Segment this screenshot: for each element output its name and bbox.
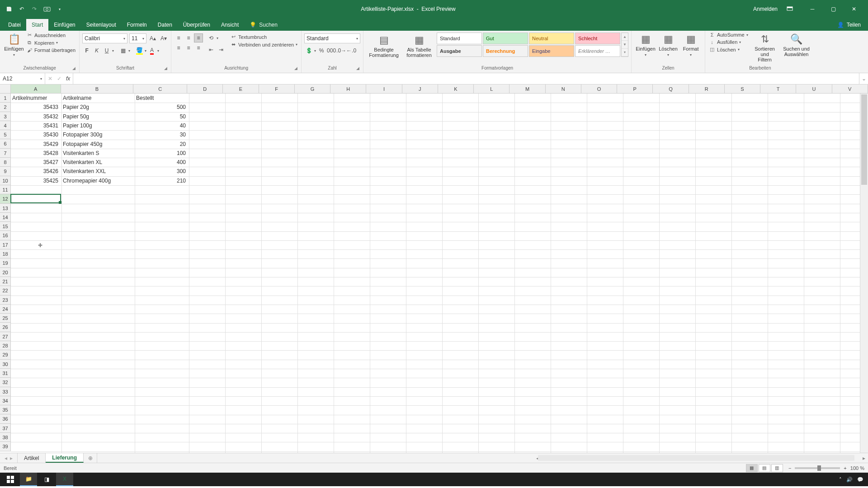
column-header[interactable]: B bbox=[61, 84, 133, 94]
start-button[interactable] bbox=[2, 473, 19, 486]
row-header[interactable]: 38 bbox=[0, 433, 11, 442]
increase-decimal-icon[interactable]: .0→ bbox=[337, 46, 346, 55]
cell[interactable]: 300 bbox=[135, 167, 187, 176]
tab-data[interactable]: Daten bbox=[152, 19, 178, 31]
format-as-table-button[interactable]: ▦Als Tabelle formatieren bbox=[401, 33, 437, 60]
row-header[interactable]: 12 bbox=[0, 194, 11, 203]
borders-button[interactable]: ▦ bbox=[118, 46, 127, 55]
delete-cells-button[interactable]: ▦Löschen▾ bbox=[657, 32, 679, 59]
format-cells-button[interactable]: ▦Format▾ bbox=[679, 32, 702, 59]
row-header[interactable]: 32 bbox=[0, 378, 11, 387]
row-header[interactable]: 34 bbox=[0, 396, 11, 405]
name-box[interactable]: A12▾ bbox=[0, 73, 45, 84]
column-header[interactable]: G bbox=[295, 84, 330, 94]
horizontal-scrollbar[interactable]: ◂▸ bbox=[533, 453, 868, 463]
format-painter-button[interactable]: 🖌Format übertragen bbox=[25, 47, 76, 53]
row-header[interactable]: 24 bbox=[0, 305, 11, 314]
fill-color-button[interactable]: 🪣 bbox=[135, 46, 144, 55]
row-header[interactable]: 30 bbox=[0, 360, 11, 369]
row-header[interactable]: 14 bbox=[0, 213, 11, 222]
row-header[interactable]: 39 bbox=[0, 442, 11, 451]
taskbar-excel-icon[interactable]: X bbox=[56, 473, 73, 486]
cell[interactable]: 30 bbox=[135, 130, 187, 139]
style-berechnung[interactable]: Berechnung bbox=[483, 45, 528, 57]
column-header[interactable]: R bbox=[689, 84, 725, 94]
merge-center-button[interactable]: ⬌Verbinden und zentrieren ▾ bbox=[229, 41, 298, 48]
zoom-out-button[interactable]: − bbox=[788, 465, 791, 471]
sort-filter-button[interactable]: ⇅Sortieren und Filtern bbox=[749, 32, 781, 64]
row-header[interactable]: 23 bbox=[0, 296, 11, 305]
increase-indent-icon[interactable]: ⇥ bbox=[217, 45, 226, 54]
column-header[interactable]: M bbox=[509, 84, 545, 94]
tab-review[interactable]: Überprüfen bbox=[178, 19, 216, 31]
autosum-button[interactable]: ΣAutoSumme ▾ bbox=[708, 32, 749, 38]
cut-button[interactable]: ✂Ausschneiden bbox=[25, 32, 76, 38]
row-header[interactable]: 37 bbox=[0, 424, 11, 433]
cell[interactable]: 40 bbox=[135, 121, 187, 130]
tab-view[interactable]: Ansicht bbox=[216, 19, 244, 31]
row-header[interactable]: 26 bbox=[0, 323, 11, 332]
row-header[interactable]: 10 bbox=[0, 176, 11, 185]
ribbon-display-options-icon[interactable] bbox=[787, 6, 793, 12]
cell[interactable]: 35429 bbox=[11, 140, 60, 149]
bold-button[interactable]: F bbox=[82, 46, 91, 55]
cell-styles-gallery[interactable]: Standard Gut Neutral Schlecht Ausgabe Be… bbox=[437, 33, 620, 57]
fill-button[interactable]: ↓Ausfüllen ▾ bbox=[708, 39, 749, 45]
column-header[interactable]: V bbox=[832, 84, 868, 94]
row-header[interactable]: 7 bbox=[0, 149, 11, 158]
column-header[interactable]: T bbox=[760, 84, 796, 94]
align-top-icon[interactable]: ≡ bbox=[174, 33, 183, 42]
row-header[interactable]: 21 bbox=[0, 277, 11, 286]
column-header[interactable]: U bbox=[796, 84, 832, 94]
vertical-scrollbar[interactable] bbox=[860, 94, 868, 453]
row-header[interactable]: 33 bbox=[0, 387, 11, 396]
sheet-nav-prev-icon[interactable]: ◂ bbox=[5, 455, 7, 461]
row-header[interactable]: 18 bbox=[0, 249, 11, 258]
style-erklaerend[interactable]: Erklärender … bbox=[575, 45, 620, 57]
row-header[interactable]: 15 bbox=[0, 222, 11, 231]
style-neutral[interactable]: Neutral bbox=[529, 33, 574, 44]
decrease-font-icon[interactable]: A▾ bbox=[159, 34, 168, 43]
conditional-formatting-button[interactable]: ▤Bedingte Formatierung bbox=[366, 33, 401, 60]
column-header[interactable]: J bbox=[402, 84, 438, 94]
percent-format-icon[interactable]: % bbox=[317, 46, 326, 55]
font-size-combo[interactable]: 11▾ bbox=[129, 33, 146, 43]
taskbar-app-icon[interactable]: ◨ bbox=[38, 473, 55, 486]
zoom-level[interactable]: 100 % bbox=[850, 465, 864, 471]
cell[interactable]: 500 bbox=[135, 103, 187, 112]
row-header[interactable]: 13 bbox=[0, 204, 11, 213]
cell[interactable]: 35431 bbox=[11, 121, 60, 130]
clear-button[interactable]: ◫Löschen ▾ bbox=[708, 46, 749, 53]
cell[interactable]: 35432 bbox=[11, 112, 60, 121]
decrease-decimal-icon[interactable]: ←.0 bbox=[347, 46, 356, 55]
column-header[interactable]: E bbox=[223, 84, 259, 94]
view-page-break-button[interactable]: ▥ bbox=[771, 464, 783, 472]
camera-icon[interactable] bbox=[43, 5, 51, 13]
align-right-icon[interactable]: ≡ bbox=[194, 43, 203, 52]
cell[interactable]: Bestellt bbox=[135, 94, 187, 103]
tray-chevron-icon[interactable]: ˄ bbox=[839, 477, 842, 483]
row-header[interactable]: 2 bbox=[0, 103, 11, 112]
cell[interactable]: 210 bbox=[135, 176, 187, 185]
style-ausgabe[interactable]: Ausgabe bbox=[437, 45, 482, 57]
find-select-button[interactable]: 🔍Suchen und Auswählen bbox=[781, 32, 812, 59]
decrease-indent-icon[interactable]: ⇤ bbox=[207, 45, 216, 54]
column-header[interactable]: S bbox=[725, 84, 760, 94]
clipboard-launcher-icon[interactable]: ◢ bbox=[72, 66, 75, 70]
tab-insert[interactable]: Einfügen bbox=[48, 19, 80, 31]
cell[interactable]: 100 bbox=[135, 149, 187, 158]
column-header[interactable]: P bbox=[617, 84, 653, 94]
row-header[interactable]: 17 bbox=[0, 240, 11, 249]
redo-icon[interactable]: ↷ bbox=[31, 5, 38, 13]
style-standard[interactable]: Standard bbox=[437, 33, 482, 44]
row-header[interactable]: 9 bbox=[0, 167, 11, 176]
cell[interactable]: Artikelname bbox=[61, 94, 133, 103]
cell[interactable]: 50 bbox=[135, 112, 187, 121]
insert-cells-button[interactable]: ▦Einfügen▾ bbox=[634, 32, 657, 59]
zoom-slider[interactable] bbox=[795, 467, 840, 469]
alignment-launcher-icon[interactable]: ◢ bbox=[294, 66, 297, 70]
wrap-text-button[interactable]: ↩Textumbruch bbox=[229, 33, 298, 40]
select-all-corner[interactable] bbox=[0, 84, 11, 94]
row-header[interactable]: 20 bbox=[0, 268, 11, 277]
row-header[interactable]: 4 bbox=[0, 121, 11, 130]
